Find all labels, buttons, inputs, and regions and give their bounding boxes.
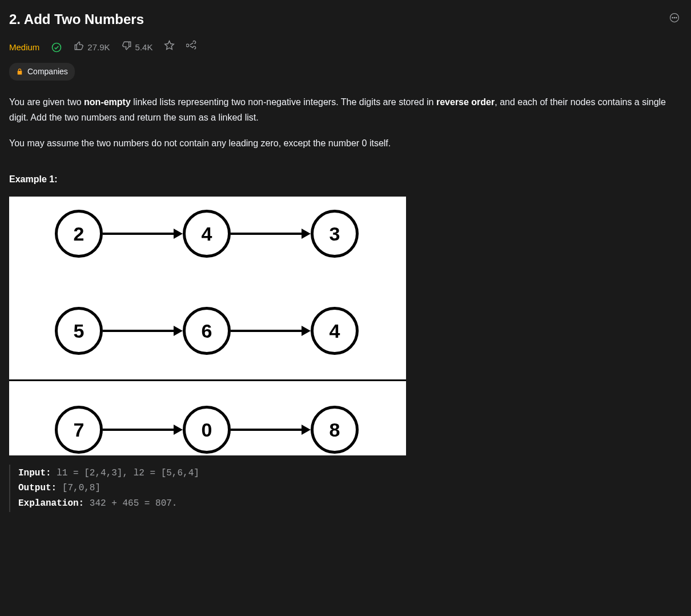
input-value: l1 = [2,4,3], l2 = [5,6,4] xyxy=(51,468,199,478)
list-item: 5 xyxy=(55,307,103,355)
linked-list-result: 7 0 8 xyxy=(9,404,406,455)
list-item: 6 xyxy=(183,307,231,355)
list-item: 2 xyxy=(55,210,103,258)
divider-line xyxy=(9,379,406,381)
thumbs-down-icon xyxy=(122,41,132,55)
list-item: 3 xyxy=(311,210,359,258)
output-label: Output: xyxy=(18,483,57,493)
example-1-heading: Example 1: xyxy=(9,173,682,186)
explanation-label: Explanation: xyxy=(18,498,84,509)
problem-title: 2. Add Two Numbers xyxy=(9,9,144,30)
dislike-button[interactable]: 5.4K xyxy=(122,41,153,55)
description-p1: You are given two non-empty linked lists… xyxy=(9,94,682,125)
lock-icon xyxy=(16,68,23,75)
star-icon xyxy=(164,40,175,55)
svg-point-1 xyxy=(672,17,673,18)
output-value: [7,0,8] xyxy=(57,483,101,493)
list-item: 8 xyxy=(311,406,359,454)
list-item: 4 xyxy=(311,307,359,355)
list-item: 4 xyxy=(183,210,231,258)
difficulty-badge: Medium xyxy=(9,41,39,54)
problem-description: You are given two non-empty linked lists… xyxy=(9,94,682,151)
dislike-count: 5.4K xyxy=(135,41,153,54)
thumbs-up-icon xyxy=(74,41,84,55)
arrow-icon xyxy=(103,326,183,336)
svg-point-3 xyxy=(676,17,677,18)
like-button[interactable]: 27.9K xyxy=(74,41,110,55)
linked-list-1: 2 4 3 xyxy=(9,208,406,259)
svg-point-2 xyxy=(674,17,674,18)
like-count: 27.9K xyxy=(87,41,110,54)
solved-check-icon xyxy=(51,42,62,53)
svg-point-4 xyxy=(53,43,61,51)
list-item: 7 xyxy=(55,406,103,454)
arrow-icon xyxy=(231,326,311,336)
arrow-icon xyxy=(231,229,311,239)
list-item: 0 xyxy=(183,406,231,454)
explanation-value: 342 + 465 = 807. xyxy=(84,498,177,509)
description-p2: You may assume the two numbers do not co… xyxy=(9,135,682,151)
input-label: Input: xyxy=(18,468,51,478)
favorite-button[interactable] xyxy=(164,40,175,55)
arrow-icon xyxy=(231,425,311,435)
linked-list-2: 5 6 4 xyxy=(9,305,406,357)
share-button[interactable] xyxy=(186,40,197,55)
example-code-block: Input: l1 = [2,4,3], l2 = [5,6,4] Output… xyxy=(9,465,682,512)
arrow-icon xyxy=(103,229,183,239)
arrow-icon xyxy=(103,425,183,435)
meta-row: Medium 27.9K 5.4K xyxy=(9,40,682,55)
share-icon xyxy=(186,40,197,55)
more-options-button[interactable] xyxy=(667,12,682,27)
companies-tag-label: Companies xyxy=(27,66,68,78)
companies-tag[interactable]: Companies xyxy=(9,63,75,81)
example-diagram: 2 4 3 5 6 4 7 0 8 xyxy=(9,197,406,455)
more-horizontal-icon xyxy=(669,12,680,27)
